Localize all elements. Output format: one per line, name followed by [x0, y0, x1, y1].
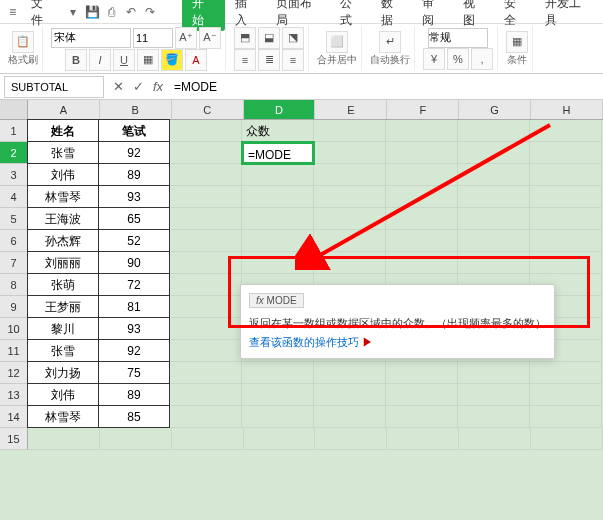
cell[interactable]: 林雪琴 [27, 405, 99, 428]
cell[interactable] [386, 142, 458, 164]
border-button[interactable]: ▦ [137, 49, 159, 71]
cell[interactable]: 刘力扬 [27, 361, 99, 384]
cell[interactable] [530, 208, 602, 230]
fx-button[interactable]: fx [148, 77, 168, 97]
cell[interactable] [315, 428, 387, 450]
row-header[interactable]: 9 [0, 296, 28, 318]
cell[interactable]: 52 [98, 229, 170, 252]
cell[interactable] [386, 230, 458, 252]
select-all-corner[interactable] [0, 100, 28, 119]
align-middle-button[interactable]: ⬓ [258, 27, 280, 49]
row-header[interactable]: 2 [0, 142, 28, 164]
cell[interactable] [314, 120, 386, 142]
font-select[interactable] [51, 28, 131, 48]
cell[interactable] [100, 428, 172, 450]
cell[interactable] [458, 252, 530, 274]
undo-icon[interactable]: ↶ [122, 3, 139, 21]
align-left-button[interactable]: ≡ [234, 49, 256, 71]
cell[interactable] [170, 274, 242, 296]
cell[interactable] [386, 406, 458, 428]
cell[interactable] [531, 428, 603, 450]
row-header[interactable]: 12 [0, 362, 28, 384]
cell[interactable]: 刘伟 [27, 163, 99, 186]
col-header-C[interactable]: C [172, 100, 244, 119]
cell[interactable] [386, 252, 458, 274]
cell[interactable]: 90 [98, 251, 170, 274]
cell[interactable] [314, 252, 386, 274]
size-select[interactable] [133, 28, 173, 48]
cell[interactable]: 张萌 [27, 273, 99, 296]
row-header[interactable]: 3 [0, 164, 28, 186]
cell[interactable] [458, 208, 530, 230]
hamburger-icon[interactable]: ≡ [4, 3, 21, 21]
cell[interactable] [530, 362, 602, 384]
cell[interactable] [170, 296, 242, 318]
decrease-font-button[interactable]: A⁻ [199, 27, 221, 49]
cell[interactable] [386, 208, 458, 230]
cell[interactable] [170, 362, 242, 384]
cell[interactable] [530, 186, 602, 208]
cell[interactable]: 孙杰辉 [27, 229, 99, 252]
comma-button[interactable]: , [471, 48, 493, 70]
cell[interactable] [530, 406, 602, 428]
formula-input[interactable] [168, 76, 603, 98]
cell[interactable]: 93 [98, 185, 170, 208]
cell[interactable] [242, 230, 314, 252]
row-header[interactable]: 15 [0, 428, 28, 450]
cell[interactable] [314, 384, 386, 406]
cell[interactable] [530, 252, 602, 274]
cell[interactable] [459, 428, 531, 450]
cell[interactable] [458, 142, 530, 164]
cell[interactable] [170, 120, 242, 142]
cell[interactable]: 张雪 [27, 141, 99, 164]
cell[interactable] [386, 164, 458, 186]
cell[interactable]: 刘伟 [27, 383, 99, 406]
cell[interactable]: 85 [98, 405, 170, 428]
cell[interactable] [170, 230, 242, 252]
cell[interactable] [170, 208, 242, 230]
cell[interactable]: 72 [98, 273, 170, 296]
cell[interactable] [170, 186, 242, 208]
cell[interactable]: 65 [98, 207, 170, 230]
cell[interactable] [170, 384, 242, 406]
tooltip-help-link[interactable]: 查看该函数的操作技巧 ▶ [249, 336, 373, 348]
cell[interactable] [458, 384, 530, 406]
spreadsheet-grid[interactable]: A B C D E F G H 1姓名笔试众数2张雪92=MODE3刘伟894林… [0, 100, 603, 520]
cell[interactable] [242, 252, 314, 274]
cell[interactable] [170, 142, 242, 164]
cell[interactable] [244, 428, 316, 450]
cell[interactable]: 王梦丽 [27, 295, 99, 318]
cell[interactable] [242, 384, 314, 406]
save-icon[interactable]: 💾 [84, 3, 101, 21]
cell[interactable]: 81 [98, 295, 170, 318]
cell[interactable]: 黎川 [27, 317, 99, 340]
cell[interactable] [170, 406, 242, 428]
cell[interactable] [314, 208, 386, 230]
cell[interactable] [530, 164, 602, 186]
wrap-button[interactable]: ↵ [379, 31, 401, 53]
cell[interactable] [242, 208, 314, 230]
cell[interactable] [28, 428, 100, 450]
font-color-button[interactable]: A [185, 49, 207, 71]
fill-color-button[interactable]: 🪣 [161, 49, 183, 71]
col-header-F[interactable]: F [387, 100, 459, 119]
cell[interactable] [386, 384, 458, 406]
cell[interactable] [458, 362, 530, 384]
row-header[interactable]: 11 [0, 340, 28, 362]
cell[interactable] [530, 120, 602, 142]
row-header[interactable]: 5 [0, 208, 28, 230]
cell[interactable]: 89 [98, 163, 170, 186]
italic-button[interactable]: I [89, 49, 111, 71]
col-header-G[interactable]: G [459, 100, 531, 119]
cell[interactable] [314, 230, 386, 252]
cell[interactable]: 89 [98, 383, 170, 406]
increase-font-button[interactable]: A⁺ [175, 27, 197, 49]
row-header[interactable]: 10 [0, 318, 28, 340]
cell[interactable] [530, 384, 602, 406]
cell[interactable] [314, 362, 386, 384]
row-header[interactable]: 13 [0, 384, 28, 406]
cell[interactable] [314, 164, 386, 186]
cell[interactable] [314, 406, 386, 428]
row-header[interactable]: 8 [0, 274, 28, 296]
cell[interactable] [530, 230, 602, 252]
